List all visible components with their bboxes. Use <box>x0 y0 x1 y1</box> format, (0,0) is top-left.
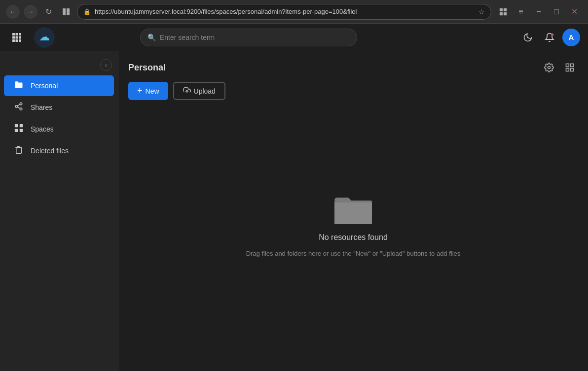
back-button[interactable]: ← <box>6 5 20 19</box>
main-area: ‹ Personal <box>0 51 588 371</box>
maximize-button[interactable]: □ <box>549 4 564 20</box>
svg-rect-7 <box>16 33 18 35</box>
logo[interactable]: ☁ <box>34 27 55 48</box>
svg-rect-6 <box>12 33 15 35</box>
empty-state: No resources found Drag files and folder… <box>118 106 588 371</box>
forward-button[interactable]: → <box>24 5 37 19</box>
sidebar-item-spaces-label: Spaces <box>31 125 54 133</box>
svg-point-19 <box>15 105 18 108</box>
search-icon: 🔍 <box>147 34 156 41</box>
svg-rect-8 <box>19 33 21 35</box>
sidebar: ‹ Personal <box>0 51 118 371</box>
svg-point-20 <box>20 108 22 110</box>
svg-rect-35 <box>334 202 372 224</box>
svg-point-27 <box>548 67 551 69</box>
svg-rect-12 <box>12 39 15 42</box>
upload-button[interactable]: Upload <box>173 82 225 100</box>
search-bar[interactable]: 🔍 <box>140 29 357 46</box>
notifications-button[interactable] <box>541 29 558 46</box>
url-text: https://ubuntujammyserver.local:9200/fil… <box>95 8 475 15</box>
svg-rect-2 <box>500 8 503 11</box>
svg-line-21 <box>17 107 20 108</box>
empty-folder-icon <box>333 191 373 225</box>
extensions-button[interactable] <box>495 4 511 20</box>
svg-point-17 <box>551 33 553 35</box>
upload-button-label: Upload <box>194 87 216 95</box>
browser-chrome: ← → ↻ 🔒 https://ubuntujammyserver.local:… <box>0 0 588 24</box>
svg-rect-0 <box>63 8 66 15</box>
share-icon <box>14 102 24 113</box>
search-input[interactable] <box>160 34 350 41</box>
svg-rect-25 <box>15 129 18 132</box>
address-bar[interactable]: 🔒 https://ubuntujammyserver.local:9200/f… <box>77 4 491 20</box>
spaces-icon <box>14 124 24 135</box>
topbar-right: A <box>519 29 580 46</box>
svg-rect-14 <box>19 39 21 42</box>
empty-state-subtitle: Drag files and folders here or use the "… <box>246 250 461 257</box>
browser-right-icons: ≡ − □ ✕ <box>495 4 582 20</box>
topbar: ☁ 🔍 A <box>0 24 588 51</box>
svg-rect-9 <box>12 36 15 38</box>
sidebar-item-personal[interactable]: Personal <box>4 75 114 96</box>
svg-rect-3 <box>504 8 507 11</box>
svg-rect-26 <box>20 129 23 132</box>
svg-rect-28 <box>566 64 569 67</box>
upload-icon <box>183 86 191 96</box>
owncloud-logo-icon: ☁ <box>34 27 55 48</box>
toolbar: + New Upload <box>118 80 588 106</box>
settings-icon-button[interactable] <box>541 59 557 76</box>
svg-rect-23 <box>15 124 18 127</box>
sidebar-item-deleted[interactable]: Deleted files <box>4 140 114 161</box>
header-actions <box>541 59 578 76</box>
sidebar-collapse-button[interactable]: ‹ <box>100 59 112 71</box>
folder-icon <box>14 80 24 91</box>
sidebar-header: ‹ <box>0 55 118 75</box>
svg-rect-10 <box>16 36 18 38</box>
reader-mode-button[interactable] <box>59 5 73 19</box>
svg-rect-5 <box>504 12 507 15</box>
view-toggle-button[interactable] <box>561 59 578 76</box>
svg-text:☁: ☁ <box>39 31 50 43</box>
svg-rect-29 <box>571 64 574 67</box>
sidebar-item-spaces[interactable]: Spaces <box>4 119 114 139</box>
menu-button[interactable]: ≡ <box>513 4 529 20</box>
sidebar-item-shares[interactable]: Shares <box>4 97 114 118</box>
new-button-label: New <box>146 87 159 95</box>
content-area: Personal <box>118 51 588 371</box>
bookmark-icon[interactable]: ☆ <box>478 8 485 16</box>
empty-state-title: No resources found <box>319 233 388 242</box>
dark-mode-button[interactable] <box>519 29 537 46</box>
reload-button[interactable]: ↻ <box>41 5 55 19</box>
user-avatar-button[interactable]: A <box>562 29 580 46</box>
close-button[interactable]: ✕ <box>566 4 582 20</box>
minimize-button[interactable]: − <box>531 4 547 20</box>
svg-rect-31 <box>571 68 574 71</box>
svg-point-18 <box>20 103 22 105</box>
sidebar-item-deleted-label: Deleted files <box>31 147 69 155</box>
svg-rect-24 <box>20 124 23 127</box>
svg-rect-4 <box>500 12 503 15</box>
page-title: Personal <box>128 63 166 73</box>
svg-rect-11 <box>19 36 21 38</box>
plus-icon: + <box>137 86 143 96</box>
apps-menu-button[interactable] <box>8 29 26 46</box>
lock-icon: 🔒 <box>83 8 91 15</box>
sidebar-item-personal-label: Personal <box>31 82 58 90</box>
sidebar-item-shares-label: Shares <box>31 103 52 111</box>
svg-rect-1 <box>67 8 70 15</box>
svg-line-22 <box>17 104 20 106</box>
trash-icon <box>14 145 24 156</box>
new-button[interactable]: + New <box>128 82 168 100</box>
app-container: ☁ 🔍 A <box>0 24 588 371</box>
svg-rect-13 <box>16 39 18 42</box>
content-header: Personal <box>118 51 588 80</box>
svg-rect-30 <box>566 68 569 71</box>
